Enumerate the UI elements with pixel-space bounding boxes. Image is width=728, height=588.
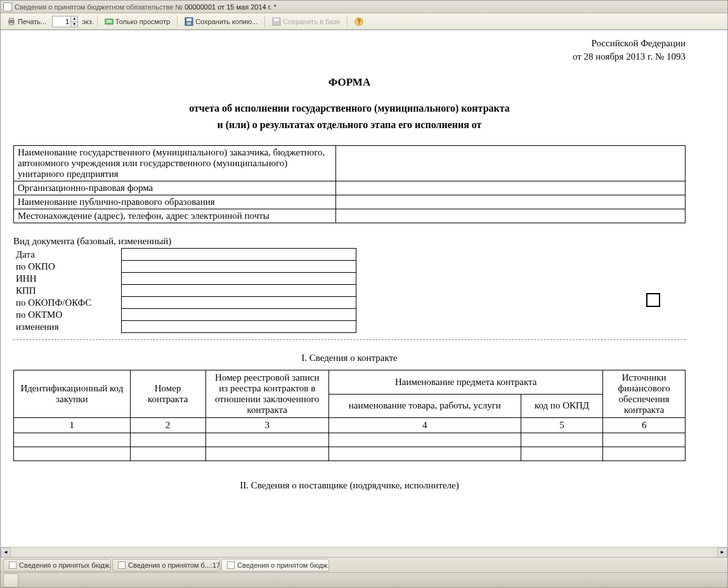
code-label: по ОКОПФ/ОКФС bbox=[13, 297, 121, 309]
form-row-value[interactable] bbox=[336, 195, 686, 209]
save-db-label: Сохранить в базе bbox=[283, 18, 340, 25]
document-area[interactable]: Российской Федерации от 28 ноября 2013 г… bbox=[1, 30, 727, 547]
svg-rect-7 bbox=[186, 18, 192, 21]
code-value[interactable] bbox=[121, 273, 356, 285]
tab-item-active[interactable]: Сведения о принятом бюдж... bbox=[221, 559, 329, 572]
separator bbox=[97, 16, 98, 27]
code-label: по ОКПО bbox=[13, 261, 121, 273]
footer-button[interactable] bbox=[3, 573, 18, 587]
form-row-value[interactable] bbox=[336, 181, 686, 195]
code-label: ИНН bbox=[13, 273, 121, 285]
th-col1: Идентификационный код закупки bbox=[14, 370, 131, 418]
customer-info-table: Наименование государственного (муниципал… bbox=[13, 145, 686, 223]
help-button[interactable]: ? bbox=[351, 15, 367, 28]
form-row-label: Организационно-правовая форма bbox=[14, 181, 336, 195]
doc-subtitle: отчета об исполнении государственного (м… bbox=[13, 100, 686, 133]
svg-rect-1 bbox=[10, 18, 13, 20]
code-value[interactable] bbox=[121, 249, 356, 261]
header-line1: Российской Федерации bbox=[13, 37, 686, 50]
document-icon bbox=[118, 561, 126, 569]
code-value[interactable] bbox=[121, 297, 356, 309]
copies-unit: экз. bbox=[82, 18, 94, 25]
printer-icon bbox=[7, 17, 16, 26]
document-icon bbox=[3, 3, 12, 11]
titlebar-docnum: 00000001 от 15 мая 2014 г. * bbox=[185, 3, 276, 11]
save-db-button[interactable]: Сохранить в базе bbox=[268, 15, 344, 28]
doc-header-right: Российской Федерации от 28 ноября 2013 г… bbox=[13, 37, 686, 63]
spin-down[interactable]: ▼ bbox=[70, 22, 78, 27]
code-value[interactable] bbox=[121, 261, 356, 273]
svg-rect-8 bbox=[187, 22, 191, 25]
th-col4-top: Наименование предмета контракта bbox=[329, 370, 603, 395]
scroll-left-icon[interactable]: ◄ bbox=[1, 547, 11, 558]
tab-item[interactable]: Сведения о принятых бюдж... bbox=[3, 559, 111, 572]
code-value[interactable] bbox=[121, 321, 356, 333]
colnum: 5 bbox=[521, 418, 603, 433]
tab-item[interactable]: Сведения о принятом б...:17 bbox=[112, 559, 220, 572]
titlebar-prefix: Сведения о принятом бюджетном обязательс… bbox=[15, 3, 183, 11]
horizontal-scrollbar[interactable]: ◄ ► bbox=[1, 547, 727, 557]
code-label: КПП bbox=[13, 285, 121, 297]
code-label: изменения bbox=[13, 321, 121, 333]
save-copy-button[interactable]: Сохранить копию... bbox=[181, 15, 261, 28]
doc-title: ФОРМА bbox=[13, 76, 686, 89]
tab-label: Сведения о принятом бюдж... bbox=[237, 561, 329, 569]
table-row[interactable] bbox=[14, 433, 686, 447]
form-row-label: Наименование государственного (муниципал… bbox=[14, 146, 336, 181]
code-value[interactable] bbox=[121, 285, 356, 297]
checkbox-marker[interactable] bbox=[646, 293, 660, 307]
scroll-track[interactable] bbox=[11, 547, 717, 557]
form-row-label: Наименование публично-правового образова… bbox=[14, 195, 336, 209]
colnum: 6 bbox=[603, 418, 686, 433]
svg-text:?: ? bbox=[357, 18, 361, 25]
svg-rect-5 bbox=[107, 22, 112, 22]
separator bbox=[347, 16, 348, 27]
save-copy-label: Сохранить копию... bbox=[195, 18, 257, 25]
copies-input[interactable] bbox=[52, 16, 71, 27]
spin-up[interactable]: ▲ bbox=[70, 16, 78, 22]
document-icon bbox=[227, 561, 235, 569]
tab-label: Сведения о принятых бюдж... bbox=[19, 561, 111, 569]
separator bbox=[177, 16, 178, 27]
print-label: Печать... bbox=[18, 18, 46, 25]
colnum: 3 bbox=[205, 418, 329, 433]
floppy-icon bbox=[185, 17, 193, 26]
form-row-value[interactable] bbox=[336, 209, 686, 223]
subtitle-line1: отчета об исполнении государственного (м… bbox=[13, 100, 686, 117]
code-value[interactable] bbox=[121, 309, 356, 321]
document-body: Российской Федерации от 28 ноября 2013 г… bbox=[1, 30, 698, 516]
section2-title: II. Сведения о поставщике (подрядчике, и… bbox=[13, 480, 686, 491]
bottom-tabs: Сведения о принятых бюдж... Сведения о п… bbox=[1, 557, 727, 572]
copies-spinner[interactable]: ▲ ▼ bbox=[52, 15, 78, 28]
print-button[interactable]: Печать... bbox=[3, 15, 50, 28]
doc-type-label: Вид документа (базовый, измененный) bbox=[13, 236, 686, 247]
code-label: по ОКТМО bbox=[13, 309, 121, 321]
codes-table: Дата по ОКПО ИНН КПП по ОКОПФ/ОКФС по ОК… bbox=[13, 248, 356, 333]
th-col4a: наименование товара, работы, услуги bbox=[329, 394, 521, 418]
section1-title: I. Сведения о контракте bbox=[13, 353, 686, 363]
scroll-right-icon[interactable]: ► bbox=[717, 547, 727, 558]
view-only-button[interactable]: Только просмотр bbox=[101, 15, 174, 28]
subtitle-line2: и (или) о результатах отдельного этапа е… bbox=[13, 117, 686, 133]
colnum: 2 bbox=[130, 418, 205, 433]
view-only-label: Только просмотр bbox=[115, 18, 170, 25]
th-col4b: код по ОКПД bbox=[521, 394, 603, 418]
colnum: 1 bbox=[14, 418, 131, 433]
form-row-value[interactable] bbox=[336, 146, 686, 181]
colnum: 4 bbox=[329, 418, 521, 433]
contract-info-table: Идентификационный код закупки Номер конт… bbox=[13, 370, 686, 461]
floppy-db-icon bbox=[272, 17, 281, 26]
help-icon: ? bbox=[354, 17, 363, 26]
header-line2: от 28 ноября 2013 г. № 1093 bbox=[13, 50, 686, 63]
app-window: Сведения о принятом бюджетном обязательс… bbox=[0, 0, 728, 588]
th-col3: Номер реестровой записи из реестра контр… bbox=[205, 370, 329, 418]
code-label: Дата bbox=[13, 249, 121, 261]
dashed-separator bbox=[13, 339, 686, 340]
document-icon bbox=[9, 561, 16, 569]
table-row[interactable] bbox=[14, 447, 686, 461]
status-footer bbox=[1, 572, 727, 587]
toolbar: Печать... ▲ ▼ экз. Только просмотр Сохра… bbox=[1, 13, 727, 30]
form-row-label: Местонахождение (адрес), телефон, адрес … bbox=[14, 209, 336, 223]
svg-rect-10 bbox=[274, 18, 279, 21]
svg-rect-4 bbox=[107, 20, 112, 21]
